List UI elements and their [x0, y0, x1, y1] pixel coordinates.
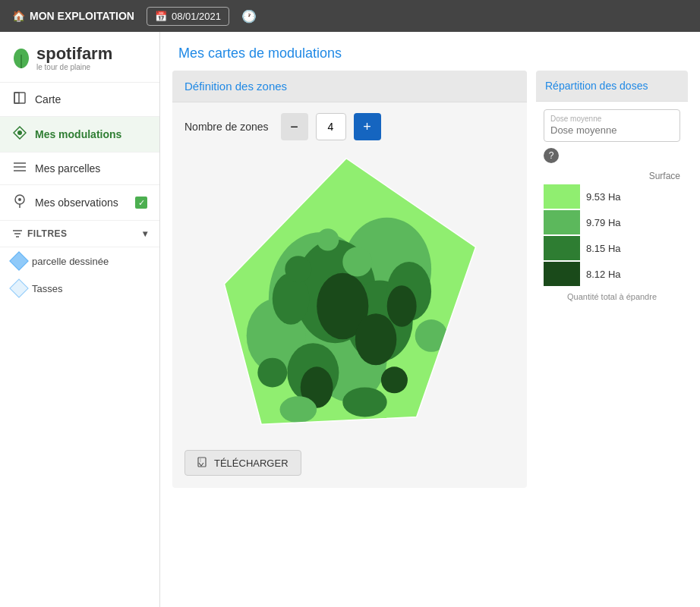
repartition-panel-header: Répartition des doses — [536, 71, 688, 102]
filter-item-parcelle[interactable]: parcelle dessinée — [0, 247, 159, 275]
svg-rect-0 — [14, 93, 25, 103]
svg-point-31 — [257, 358, 287, 388]
sidebar-label-carte: Carte — [35, 93, 61, 105]
logo-tagline: le tour de plaine — [36, 63, 112, 71]
svg-point-25 — [355, 313, 396, 365]
sidebar-item-carte[interactable]: Carte — [0, 83, 159, 117]
svg-point-28 — [342, 247, 372, 277]
filters-label: FILTRES — [27, 228, 68, 239]
panels-row: Définition des zones Nombre de zones − + — [160, 71, 700, 500]
svg-point-27 — [386, 285, 416, 327]
zone-value-2: 9.79 Ha — [586, 217, 621, 228]
filter-icon — [12, 228, 23, 239]
filter-label-tasses: Tasses — [32, 283, 62, 294]
home-icon: 🏠 — [12, 10, 25, 22]
logo-name: spotifarm — [36, 46, 112, 62]
svg-point-35 — [279, 396, 317, 423]
tasses-diamond-icon — [9, 278, 28, 297]
topbar: 🏠 MON EXPLOITATION 📅 08/01/2021 🕐 — [0, 0, 700, 32]
leaf-icon — [12, 47, 30, 70]
topbar-date-value: 08/01/2021 — [172, 11, 221, 22]
page-title: Mes cartes de modulations — [178, 46, 682, 61]
sidebar-label-observations: Mes observations — [35, 197, 118, 209]
svg-point-8 — [18, 198, 21, 201]
surface-label: Surface — [544, 171, 680, 181]
history-icon[interactable]: 🕐 — [241, 9, 257, 24]
repartition-panel: Répartition des doses Dose moyenne ? Sur… — [536, 71, 688, 488]
download-row: TÉLÉCHARGER — [172, 450, 527, 488]
chevron-down-icon: ▾ — [143, 228, 148, 239]
zone-color-2 — [544, 210, 580, 234]
help-icon[interactable]: ? — [544, 148, 559, 163]
zone-color-1 — [544, 184, 580, 209]
zone-entry-3: 8.15 Ha — [544, 236, 680, 260]
logo-text: spotifarm le tour de plaine — [36, 46, 112, 71]
download-btn-label: TÉLÉCHARGER — [214, 458, 289, 469]
filter-item-tasses[interactable]: Tasses — [0, 275, 159, 302]
dose-input-wrap[interactable]: Dose moyenne — [544, 109, 680, 142]
calendar-icon: 📅 — [155, 11, 167, 22]
zone-entry-1: 9.53 Ha — [544, 184, 680, 209]
plus-button[interactable]: + — [354, 113, 381, 140]
definition-panel-header: Définition des zones — [172, 71, 527, 102]
repartition-panel-body: Dose moyenne ? Surface 9.53 Ha — [536, 102, 688, 309]
sidebar-item-observations[interactable]: Mes observations ✓ — [0, 185, 159, 221]
obs-left: Mes observations — [12, 194, 118, 211]
zone-entry-2: 9.79 Ha — [544, 210, 680, 234]
sidebar-label-parcelles: Mes parcelles — [35, 162, 100, 175]
dose-input[interactable] — [550, 124, 673, 136]
definition-panel-title: Définition des zones — [184, 80, 287, 93]
logo: spotifarm le tour de plaine — [12, 46, 147, 71]
modulation-map — [198, 151, 502, 432]
svg-rect-1 — [14, 93, 19, 103]
parcelle-diamond-icon — [9, 251, 28, 270]
logo-area: spotifarm le tour de plaine — [0, 32, 159, 83]
map-area — [184, 151, 515, 439]
main-content: Mes cartes de modulations Définition des… — [160, 32, 700, 607]
observations-icon — [12, 194, 27, 211]
modulations-icon — [12, 126, 27, 143]
svg-point-30 — [415, 319, 447, 352]
sidebar-label-modulations: Mes modulations — [35, 128, 121, 140]
repartition-title: Répartition des doses — [545, 80, 648, 92]
svg-point-3 — [17, 131, 22, 135]
zone-value-1: 9.53 Ha — [586, 191, 621, 203]
zone-color-4 — [544, 262, 580, 286]
main-header: Mes cartes de modulations — [160, 32, 700, 71]
topbar-title-text: MON EXPLOITATION — [30, 10, 134, 22]
zone-value-4: 8.12 Ha — [586, 269, 621, 280]
observations-checkbox[interactable]: ✓ — [135, 197, 147, 209]
sidebar-item-parcelles[interactable]: Mes parcelles — [0, 153, 159, 185]
zone-color-3 — [544, 236, 580, 260]
zones-label: Nombre de zones — [184, 121, 269, 133]
zones-input[interactable] — [316, 113, 346, 140]
download-button[interactable]: TÉLÉCHARGER — [184, 450, 301, 476]
definition-panel: Définition des zones Nombre de zones − + — [172, 71, 527, 488]
quantity-label: Quantité total à épandre — [544, 292, 680, 301]
minus-button[interactable]: − — [281, 113, 308, 140]
zone-value-3: 8.15 Ha — [586, 243, 621, 254]
svg-point-32 — [380, 366, 407, 393]
carte-icon — [12, 92, 27, 107]
svg-point-29 — [285, 256, 311, 282]
dose-label: Dose moyenne — [550, 115, 673, 123]
topbar-title: 🏠 MON EXPLOITATION — [12, 10, 134, 22]
filters-row[interactable]: FILTRES ▾ — [0, 221, 159, 247]
topbar-date[interactable]: 📅 08/01/2021 — [147, 7, 229, 26]
sidebar-item-modulations[interactable]: Mes modulations — [0, 117, 159, 153]
filter-label-parcelle: parcelle dessinée — [32, 256, 109, 267]
zone-entry-4: 8.12 Ha — [544, 262, 680, 286]
svg-point-34 — [342, 388, 386, 417]
zones-row: Nombre de zones − + — [184, 113, 515, 140]
svg-point-33 — [317, 228, 339, 250]
parcelles-icon — [12, 162, 27, 175]
download-icon — [197, 457, 210, 469]
sidebar: spotifarm le tour de plaine Carte Mes mo… — [0, 32, 160, 607]
